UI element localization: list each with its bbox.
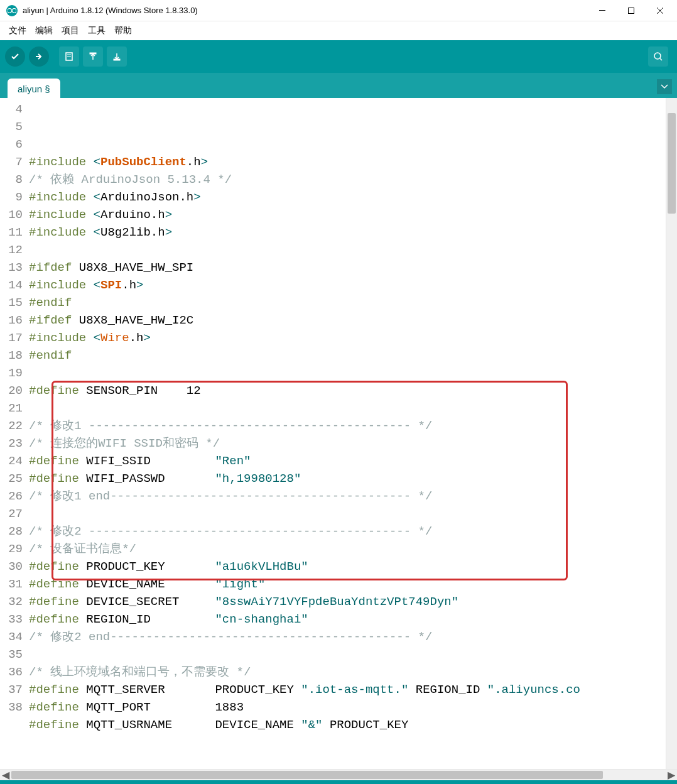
- maximize-button[interactable]: [617, 0, 646, 21]
- menu-help[interactable]: 帮助: [111, 24, 136, 38]
- menubar: 文件 编辑 项目 工具 帮助: [0, 21, 677, 40]
- minimize-button[interactable]: [588, 0, 617, 21]
- tabbar: aliyun §: [0, 73, 677, 98]
- menu-sketch[interactable]: 项目: [58, 24, 83, 38]
- scroll-left-icon[interactable]: ◀: [0, 769, 11, 781]
- menu-edit[interactable]: 编辑: [31, 24, 57, 38]
- titlebar: aliyun | Arduino 1.8.12 (Windows Store 1…: [0, 0, 677, 21]
- arduino-logo-icon: [6, 5, 18, 16]
- svg-rect-3: [90, 53, 96, 54]
- vertical-scrollbar[interactable]: [666, 98, 677, 769]
- editor-area: 4567891011121314151617181920212223242526…: [0, 98, 677, 769]
- save-button[interactable]: [107, 46, 127, 67]
- svg-rect-1: [629, 8, 634, 13]
- horizontal-scrollbar-thumb[interactable]: [11, 771, 603, 779]
- scroll-right-icon[interactable]: ▶: [666, 769, 677, 781]
- close-button[interactable]: [646, 0, 674, 21]
- horizontal-scrollbar[interactable]: ◀ ▶: [0, 769, 677, 780]
- open-button[interactable]: [83, 46, 103, 67]
- window-title: aliyun | Arduino 1.8.12 (Windows Store 1…: [23, 6, 588, 15]
- serial-monitor-button[interactable]: [648, 46, 668, 67]
- tab-dropdown-button[interactable]: [657, 79, 672, 94]
- svg-rect-0: [599, 10, 605, 11]
- line-gutter: 4567891011121314151617181920212223242526…: [0, 98, 26, 769]
- tab-aliyun[interactable]: aliyun §: [8, 79, 60, 98]
- toolbar: [0, 40, 677, 73]
- svg-point-5: [654, 53, 661, 59]
- svg-rect-4: [114, 59, 120, 60]
- code-editor[interactable]: 4567891011121314151617181920212223242526…: [0, 98, 666, 769]
- upload-button[interactable]: [29, 46, 49, 67]
- vertical-scrollbar-thumb[interactable]: [668, 113, 676, 214]
- menu-file[interactable]: 文件: [5, 24, 30, 38]
- code-body[interactable]: #include <PubSubClient.h>/* 依赖 ArduinoJs…: [26, 98, 580, 769]
- verify-button[interactable]: [5, 46, 25, 67]
- new-button[interactable]: [59, 46, 79, 67]
- statusbar: [0, 780, 677, 784]
- menu-tools[interactable]: 工具: [84, 24, 109, 38]
